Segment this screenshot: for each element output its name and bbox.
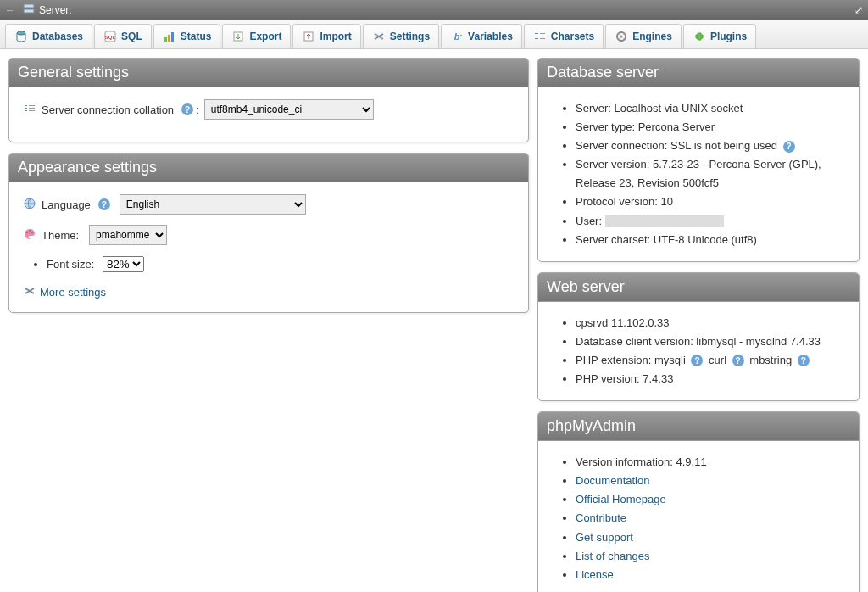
- web-server-title: Web server: [538, 273, 859, 302]
- svg-point-10: [375, 34, 377, 36]
- list-item: Documentation: [576, 472, 845, 490]
- list-item: Get support: [576, 528, 845, 547]
- tab-export[interactable]: Export: [222, 24, 291, 48]
- svg-point-11: [380, 37, 382, 40]
- pma-changes-link[interactable]: List of changes: [576, 550, 649, 562]
- redacted-user: [605, 215, 724, 227]
- pma-support-link[interactable]: Get support: [576, 531, 633, 544]
- tab-import[interactable]: Import: [292, 24, 360, 48]
- web-server-panel: Web server cpsrvd 11.102.0.33 Database c…: [537, 272, 860, 401]
- pma-license-link[interactable]: License: [576, 568, 614, 581]
- svg-point-2: [17, 31, 25, 35]
- collation-icon: [23, 102, 36, 118]
- pma-contribute-link[interactable]: Contribute: [576, 511, 626, 524]
- tab-sql[interactable]: SQL SQL: [94, 24, 152, 48]
- database-icon: [14, 30, 28, 43]
- svg-rect-6: [168, 35, 170, 42]
- svg-rect-16: [540, 33, 545, 34]
- list-item: Version information: 4.9.11: [576, 453, 845, 472]
- list-item: User:: [576, 212, 845, 231]
- phpmyadmin-title: phpMyAdmin: [538, 412, 859, 441]
- status-icon: [163, 30, 176, 43]
- tab-databases[interactable]: Databases: [5, 24, 92, 48]
- main-content: General settings Server connection colla…: [0, 49, 868, 592]
- svg-rect-23: [25, 110, 27, 111]
- list-item: Database client version: libmysql - mysq…: [576, 332, 845, 351]
- general-settings-panel: General settings Server connection colla…: [8, 58, 529, 142]
- svg-rect-22: [25, 108, 27, 109]
- back-arrow-icon[interactable]: ←: [5, 4, 15, 16]
- svg-rect-5: [164, 37, 167, 42]
- collation-select[interactable]: utf8mb4_unicode_ci: [204, 99, 374, 120]
- svg-rect-15: [535, 38, 538, 39]
- variables-icon: b: [450, 30, 464, 43]
- svg-rect-25: [29, 108, 35, 109]
- svg-rect-0: [24, 4, 34, 8]
- help-icon[interactable]: ?: [783, 141, 795, 153]
- tab-plugins[interactable]: Plugins: [683, 24, 756, 48]
- list-item: List of changes: [576, 547, 845, 566]
- pma-documentation-link[interactable]: Documentation: [576, 474, 649, 487]
- charsets-icon: [533, 30, 547, 43]
- database-server-title: Database server: [538, 59, 859, 87]
- theme-label: Theme:: [42, 229, 79, 242]
- sql-icon: SQL: [103, 30, 117, 43]
- svg-rect-13: [535, 33, 538, 34]
- fontsize-select[interactable]: 82%: [103, 256, 144, 272]
- list-item: Protocol version: 10: [576, 193, 845, 211]
- svg-rect-21: [25, 105, 27, 106]
- appearance-settings-panel: Appearance settings Language ? English T…: [8, 153, 529, 313]
- svg-point-29: [29, 230, 31, 232]
- theme-select[interactable]: pmahomme: [89, 225, 167, 245]
- list-item: Official Homepage: [576, 490, 845, 509]
- svg-text:SQL: SQL: [105, 35, 116, 40]
- svg-rect-17: [540, 36, 545, 36]
- help-icon[interactable]: ?: [181, 103, 193, 115]
- tab-status[interactable]: Status: [153, 24, 221, 48]
- export-icon: [231, 30, 245, 43]
- tab-bar: Databases SQL SQL Status Export Import S…: [0, 20, 868, 49]
- breadcrumb-bar: ← Server: ⤢: [0, 0, 868, 20]
- tab-charsets[interactable]: Charsets: [524, 24, 604, 48]
- svg-point-20: [620, 36, 623, 38]
- list-item: Server charset: UTF-8 Unicode (utf8): [576, 231, 845, 249]
- svg-rect-7: [171, 32, 174, 42]
- wrench-icon: [23, 284, 36, 300]
- list-item: Server connection: SSL is not being used…: [576, 137, 845, 155]
- more-settings-link[interactable]: More settings: [40, 286, 106, 299]
- list-item: PHP version: 7.4.33: [576, 370, 845, 388]
- collation-label: Server connection collation: [42, 103, 174, 116]
- svg-rect-1: [24, 9, 34, 13]
- svg-rect-24: [29, 105, 35, 106]
- breadcrumb-server-label: Server:: [39, 4, 72, 16]
- phpmyadmin-panel: phpMyAdmin Version information: 4.9.11 D…: [537, 411, 860, 592]
- svg-rect-18: [540, 38, 545, 39]
- database-server-panel: Database server Server: Localhost via UN…: [537, 58, 860, 262]
- pma-homepage-link[interactable]: Official Homepage: [576, 493, 666, 505]
- svg-rect-14: [535, 36, 538, 36]
- import-icon: [302, 30, 315, 43]
- server-icon: [22, 2, 36, 18]
- list-item: License: [576, 566, 845, 584]
- tab-settings[interactable]: Settings: [363, 24, 439, 48]
- general-settings-title: General settings: [9, 59, 528, 87]
- engines-icon: [615, 30, 628, 43]
- help-icon[interactable]: ?: [732, 355, 744, 366]
- language-icon: [23, 197, 36, 213]
- tab-variables[interactable]: b Variables: [441, 24, 522, 48]
- list-item: Server: Localhost via UNIX socket: [576, 99, 845, 118]
- expand-icon[interactable]: ⤢: [854, 4, 863, 16]
- fontsize-label: Font size:: [47, 258, 94, 271]
- help-icon[interactable]: ?: [98, 198, 110, 210]
- list-item: Contribute: [576, 509, 845, 528]
- help-icon[interactable]: ?: [798, 355, 810, 366]
- tab-engines[interactable]: Engines: [605, 24, 682, 48]
- help-icon[interactable]: ?: [691, 355, 703, 366]
- svg-point-30: [31, 232, 33, 233]
- svg-text:b: b: [454, 31, 460, 42]
- svg-point-28: [26, 232, 28, 233]
- list-item: PHP extension: mysqli ? curl ? mbstring …: [576, 351, 845, 370]
- language-select[interactable]: English: [120, 194, 306, 215]
- svg-rect-26: [29, 110, 35, 111]
- settings-icon: [372, 30, 386, 43]
